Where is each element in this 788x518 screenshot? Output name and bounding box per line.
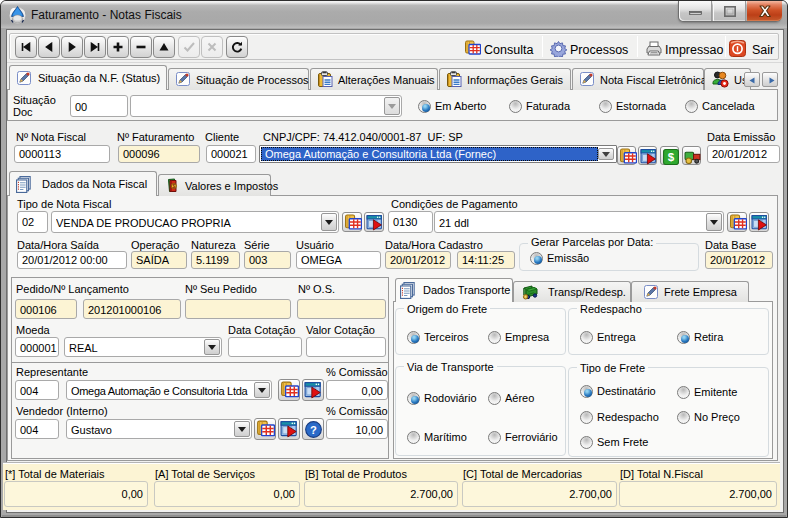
svg-text:$: $ xyxy=(668,150,675,163)
svg-text:?: ? xyxy=(310,424,317,436)
